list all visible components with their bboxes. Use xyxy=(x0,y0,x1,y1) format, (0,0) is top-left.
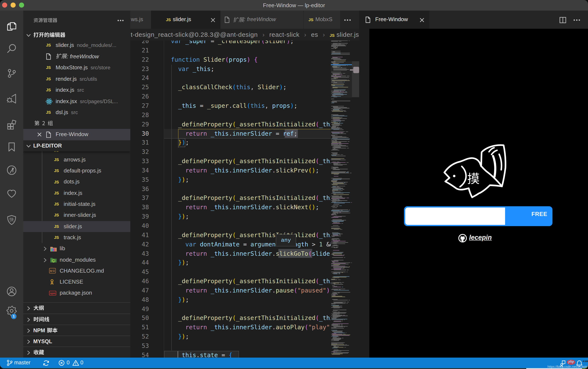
svg-text:M: M xyxy=(50,269,52,273)
svg-text:JS: JS xyxy=(52,259,55,262)
svg-text:npm: npm xyxy=(50,292,55,295)
